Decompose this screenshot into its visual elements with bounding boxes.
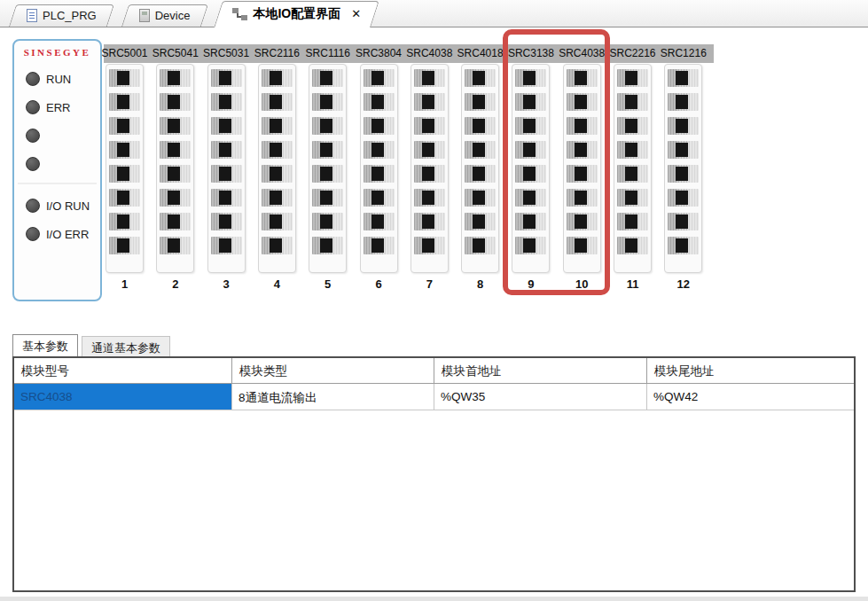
terminal-contact [270, 143, 282, 157]
channel-terminal [515, 117, 546, 135]
led-row [26, 155, 100, 173]
channel-terminal [262, 189, 293, 207]
channel-terminal [414, 93, 445, 111]
channel-terminal [364, 69, 395, 87]
editor-tab-label: Device [155, 9, 191, 22]
column-header: 模块类型 [232, 358, 434, 383]
led-indicator [26, 129, 40, 143]
channel-terminal [364, 117, 395, 135]
io-module-slot-3[interactable] [207, 64, 246, 273]
cpu-led-block: RUNERRI/O RUNI/O ERR [26, 70, 100, 243]
io-config-window: PLC_PRGDevice本地IO配置界面✕ SINSEGYE RUNERRI/… [0, 0, 868, 601]
led-row [26, 127, 100, 144]
led-row: I/O ERR [26, 225, 100, 243]
slot-number: 10 [563, 277, 601, 291]
module-model-label: SRC2116 [251, 47, 302, 59]
slot-number: 7 [411, 277, 449, 291]
io-module-slot-12[interactable] [664, 64, 702, 273]
terminal-contact [320, 119, 332, 133]
terminal-contact [320, 238, 332, 253]
terminal-contact [270, 238, 282, 253]
channel-terminal [211, 165, 242, 183]
channel-terminal [465, 141, 496, 159]
channel-terminal [515, 165, 546, 183]
param-tab-1[interactable]: 基本参数 [12, 334, 78, 356]
io-module-slot-7[interactable] [411, 64, 449, 273]
led-label: I/O RUN [46, 199, 90, 213]
module-model-label: SRC5041 [150, 47, 201, 59]
channel-terminal [312, 213, 343, 230]
table-cell[interactable]: 8通道电流输出 [232, 384, 434, 410]
param-tab-2[interactable]: 通道基本参数 [82, 336, 170, 356]
terminal-contact [422, 167, 434, 181]
cpu-brand-label: SINSEGYE [14, 47, 100, 58]
terminal-contact [168, 143, 180, 157]
io-module-slot-2[interactable] [156, 64, 194, 273]
terminal-contact [625, 215, 637, 229]
io-module-slot-10[interactable] [563, 64, 601, 273]
slot-number: 1 [106, 277, 144, 291]
terminal-contact [676, 167, 688, 181]
channel-terminal [414, 69, 445, 87]
cpu-module-panel[interactable]: SINSEGYE RUNERRI/O RUNI/O ERR [12, 39, 102, 301]
module-model-label: SRC3138 [505, 47, 557, 59]
terminal-contact [320, 215, 332, 229]
terminal-contact [117, 119, 129, 133]
channel-terminal [211, 237, 242, 254]
editor-content-area: SINSEGYE RUNERRI/O RUNI/O ERR SRC5001SRC… [0, 27, 868, 597]
terminal-contact [219, 71, 231, 85]
editor-tab-2[interactable]: Device [125, 4, 205, 27]
column-header: 模块尾地址 [647, 358, 854, 383]
channel-terminal [465, 165, 496, 183]
io-module-slot-8[interactable] [461, 64, 499, 273]
channel-terminal [160, 141, 191, 159]
editor-tab-1[interactable]: PLC_PRG [12, 4, 111, 27]
channel-terminal [567, 165, 598, 183]
terminal-contact [168, 119, 180, 133]
terminal-contact [117, 191, 129, 205]
terminal-contact [473, 238, 485, 253]
table-cell-selected[interactable]: SRC4038 [14, 384, 232, 410]
editor-tab-3[interactable]: 本地IO配置界面✕ [218, 1, 375, 27]
terminal-contact [625, 238, 637, 253]
channel-terminal [617, 189, 648, 207]
channel-terminal [262, 69, 293, 87]
terminal-contact [575, 238, 587, 253]
module-model-label: SRC1216 [658, 47, 709, 59]
io-module-slot-5[interactable] [309, 64, 347, 273]
led-row: I/O RUN [26, 197, 100, 215]
grid-header-row: 模块型号模块类型模块首地址模块尾地址 [14, 358, 854, 384]
pou-icon [27, 9, 37, 22]
io-module-slot-1[interactable] [106, 64, 144, 273]
terminal-contact [270, 119, 282, 133]
channel-terminal [211, 141, 242, 159]
channel-terminal [465, 93, 496, 111]
terminal-contact [168, 238, 180, 253]
io-module-slot-6[interactable] [360, 64, 398, 273]
module-model-label: SRC5001 [99, 47, 151, 59]
terminal-contact [422, 71, 434, 85]
terminal-contact [219, 238, 231, 253]
table-cell[interactable]: %QW35 [434, 384, 647, 410]
channel-terminal [262, 93, 293, 111]
close-tab-icon[interactable]: ✕ [351, 7, 361, 20]
terminal-contact [320, 71, 332, 85]
channel-terminal [160, 189, 191, 207]
channel-terminal [312, 189, 343, 207]
table-cell[interactable]: %QW42 [647, 384, 854, 410]
parameter-tab-bar: 基本参数通道基本参数 [12, 334, 170, 356]
terminal-contact [676, 95, 688, 109]
channel-terminal [617, 237, 648, 254]
io-module-slot-4[interactable] [258, 64, 296, 273]
channel-terminal [109, 117, 140, 135]
led-indicator [26, 227, 40, 241]
terminal-contact [219, 215, 231, 229]
slot-number: 4 [258, 277, 296, 291]
channel-terminal [668, 165, 699, 183]
io-module-slot-11[interactable] [614, 64, 652, 273]
channel-terminal [465, 213, 496, 230]
channel-terminal [515, 237, 546, 254]
io-module-slot-9[interactable] [512, 64, 550, 273]
terminal-contact [219, 95, 231, 109]
channel-terminal [312, 237, 343, 254]
